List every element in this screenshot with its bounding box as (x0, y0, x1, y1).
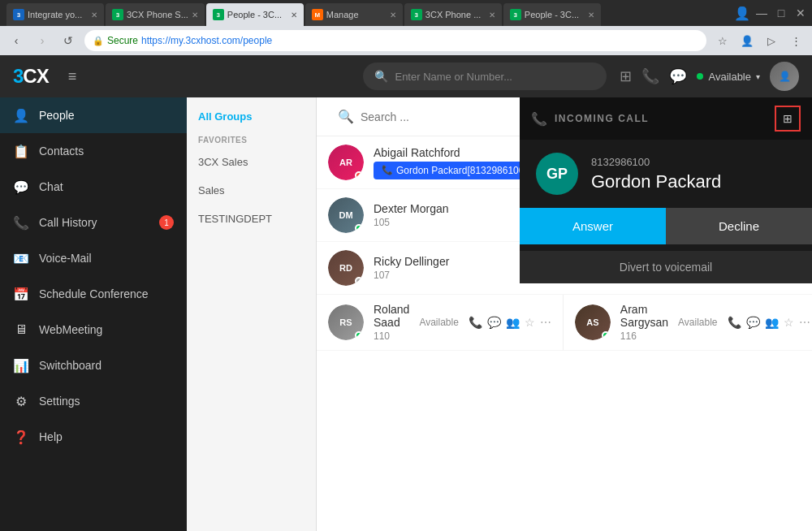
aram-chat-icon[interactable]: 💬 (746, 316, 760, 329)
sidebar-item-switchboard[interactable]: 📊 Switchboard (0, 348, 187, 383)
sidebar-item-voicemail[interactable]: 📧 Voice-Mail (0, 240, 187, 276)
aram-more-icon[interactable]: ⋯ (799, 316, 810, 329)
sidebar-item-help[interactable]: ❓ Help (0, 419, 187, 455)
tab-3cx-phone2[interactable]: 3 3CX Phone ... ✕ (404, 3, 502, 26)
roland-more-icon[interactable]: ⋯ (540, 316, 551, 329)
all-groups-button[interactable]: All Groups (187, 97, 316, 129)
caller-details: 8132986100 Gordon Packard (591, 156, 796, 192)
sidebar-item-people[interactable]: 👤 People (0, 97, 187, 133)
roland-info: Roland Saad 110 (374, 303, 409, 342)
reload-button[interactable]: ↺ (58, 31, 78, 50)
global-search-icon: 🔍 (374, 70, 388, 83)
tab6-favicon: 3 (510, 9, 521, 20)
sidebar-people-label: People (39, 109, 75, 122)
sidebar-item-settings[interactable]: ⚙ Settings (0, 383, 187, 419)
tab5-close[interactable]: ✕ (489, 11, 495, 19)
forward-button[interactable]: › (32, 31, 52, 50)
roland-status-dot (355, 331, 363, 339)
sidebar: 👤 People 📋 Contacts 💬 Chat 📞 Call Histor… (0, 97, 187, 531)
tab-people2[interactable]: 3 People - 3C... ✕ (503, 3, 601, 26)
tab3-label: People - 3C... (227, 10, 282, 19)
roland-call-icon[interactable]: 📞 (469, 316, 482, 329)
global-search-bar[interactable]: 🔍 (363, 63, 607, 90)
decline-button[interactable]: Decline (666, 208, 812, 244)
phone-icon[interactable]: 📞 (641, 67, 659, 85)
global-search-input[interactable] (395, 71, 595, 83)
user-avatar[interactable]: 👤 (770, 62, 799, 91)
tab1-label: Integrate yo... (28, 10, 82, 19)
account-icon[interactable]: 👤 (737, 31, 757, 50)
roland-avatar: RS (328, 304, 364, 340)
sidebar-item-contacts[interactable]: 📋 Contacts (0, 133, 187, 169)
sidebar-chat-label: Chat (39, 180, 63, 193)
tab4-favicon: M (312, 9, 323, 20)
address-bar[interactable]: 🔒 Secure https://my.3cxhost.com/people (84, 30, 706, 51)
group-testingdept[interactable]: TESTINGDEPT (187, 205, 316, 233)
tab3-favicon: 3 (213, 9, 224, 20)
tab-integrate[interactable]: 3 Integrate yo... ✕ (6, 3, 104, 26)
aram-call-icon[interactable]: 📞 (728, 316, 741, 329)
tab6-close[interactable]: ✕ (588, 11, 594, 19)
bottom-contacts-row: RS Roland Saad 110 Available 📞 💬 � (317, 295, 812, 351)
group-sales[interactable]: Sales (187, 176, 316, 205)
minimize-button[interactable]: — (757, 8, 767, 18)
sidebar-voicemail-label: Voice-Mail (39, 252, 92, 265)
caller-avatar: GP (536, 153, 578, 195)
user-icon[interactable]: 👤 (737, 8, 747, 18)
switchboard-icon: 📊 (13, 357, 29, 373)
tab-3cx-phone[interactable]: 3 3CX Phone S... ✕ (106, 3, 205, 26)
roland-group-icon[interactable]: 👥 (506, 316, 520, 329)
answer-button[interactable]: Answer (520, 208, 666, 244)
status-button[interactable]: Available ▾ (697, 71, 760, 83)
sidebar-contacts-label: Contacts (39, 145, 84, 158)
expand-call-button[interactable]: ⊞ (775, 106, 801, 132)
divert-voicemail-button[interactable]: Divert to voicemail (520, 251, 812, 283)
tab-manage[interactable]: M Manage ✕ (305, 3, 403, 26)
title-bar: 3 Integrate yo... ✕ 3 3CX Phone S... ✕ 3… (0, 0, 812, 26)
contact-item-roland[interactable]: RS Roland Saad 110 Available 📞 💬 � (317, 295, 564, 351)
tab3-close[interactable]: ✕ (291, 11, 297, 19)
maximize-button[interactable]: □ (776, 8, 786, 18)
sidebar-item-chat[interactable]: 💬 Chat (0, 169, 187, 205)
roland-star-icon[interactable]: ☆ (525, 316, 535, 329)
caller-initials: GP (546, 166, 568, 183)
tab1-close[interactable]: ✕ (91, 11, 97, 19)
incoming-call-overlay: 📞 INCOMING CALL ⊞ GP 8132986100 (520, 97, 812, 283)
main-layout: 👤 People 📋 Contacts 💬 Chat 📞 Call Histor… (0, 97, 812, 531)
tab-people-active[interactable]: 3 People - 3C... ✕ (206, 3, 304, 26)
bookmark-icon[interactable]: ☆ (713, 31, 732, 50)
group-3cx-sales[interactable]: 3CX Sales (187, 148, 316, 176)
menu-icon[interactable]: ⋮ (786, 31, 806, 50)
tab2-label: 3CX Phone S... (127, 10, 188, 19)
caller-info: GP 8132986100 Gordon Packard (520, 140, 812, 208)
aram-group-icon[interactable]: 👥 (765, 316, 779, 329)
roland-status: Available (419, 317, 458, 328)
sidebar-schedule-label: Schedule Conference (39, 287, 149, 300)
roland-chat-icon[interactable]: 💬 (487, 316, 501, 329)
hamburger-menu[interactable]: ≡ (68, 68, 77, 85)
secure-label: Secure (107, 35, 138, 46)
sidebar-item-webmeeting[interactable]: 🖥 WebMeeting (0, 312, 187, 348)
tab5-favicon: 3 (411, 9, 422, 20)
app-content: 3CX ≡ 🔍 ⊞ 📞 💬 Available ▾ 👤 (0, 55, 812, 531)
back-button[interactable]: ‹ (6, 31, 26, 50)
aram-info: Aram Sargysan 116 (620, 303, 668, 342)
topbar-icons: ⊞ 📞 💬 Available ▾ 👤 (620, 62, 799, 91)
tab4-close[interactable]: ✕ (390, 11, 396, 19)
contact-item-aram[interactable]: AS Aram Sargysan 116 Available 📞 💬 (564, 295, 812, 351)
app-topbar: 3CX ≡ 🔍 ⊞ 📞 💬 Available ▾ 👤 (0, 55, 812, 97)
incoming-call-header: 📞 INCOMING CALL ⊞ (520, 97, 812, 140)
grid-icon[interactable]: ⊞ (620, 67, 632, 85)
sidebar-item-schedule-conference[interactable]: 📅 Schedule Conference (0, 276, 187, 312)
call-history-badge: 1 (159, 215, 174, 230)
aram-star-icon[interactable]: ☆ (784, 316, 794, 329)
tab2-close[interactable]: ✕ (192, 11, 198, 19)
cast-icon[interactable]: ▷ (762, 31, 781, 50)
sidebar-item-call-history[interactable]: 📞 Call History 1 (0, 205, 187, 240)
call-history-icon: 📞 (13, 214, 29, 231)
roland-name: Roland Saad (374, 303, 409, 329)
chevron-down-icon: ▾ (756, 72, 760, 81)
chat-bubble-icon[interactable]: 💬 (669, 67, 687, 85)
close-button[interactable]: ✕ (796, 8, 806, 18)
status-label: Available (708, 71, 751, 83)
